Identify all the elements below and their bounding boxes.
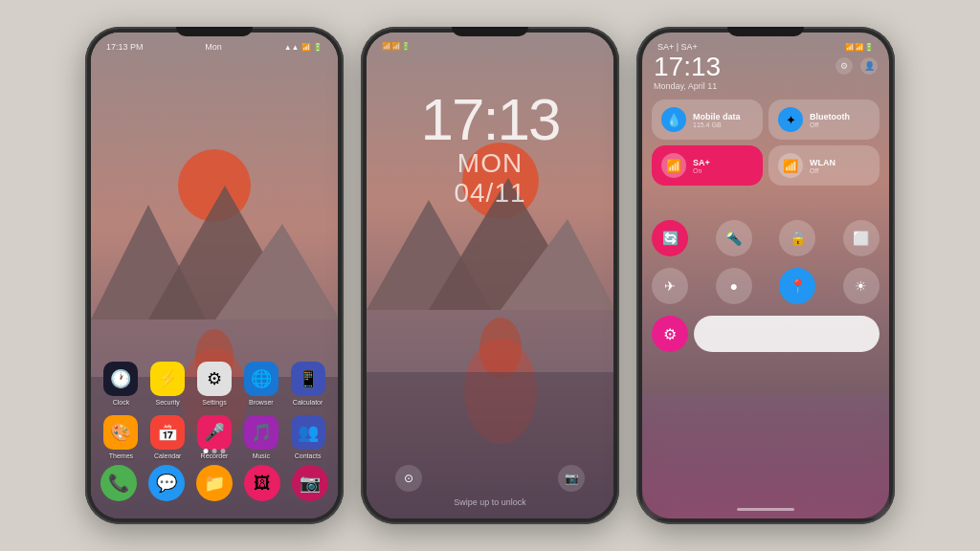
ctrl-airplane-btn[interactable]: ✈ [652, 268, 688, 304]
ctrl-location-btn[interactable]: 📍 [779, 268, 815, 304]
wlan-value: Off [810, 167, 835, 174]
lock-status-left: 📶📶🔋 [382, 42, 411, 51]
cc-profile-icon[interactable]: 👤 [860, 57, 878, 75]
ctrl-torch-btn[interactable]: 🔦 [716, 220, 752, 256]
cc-gear-icon[interactable]: ⚙ [835, 57, 853, 75]
dot-2 [212, 449, 217, 453]
dock-files[interactable]: 📁 [196, 465, 233, 501]
sa-plus-value: On [693, 167, 710, 174]
cc-status-right: 📶📶🔋 [845, 43, 874, 52]
sa-plus-title: SA+ [693, 158, 710, 167]
app-settings[interactable]: ⚙ Settings [194, 362, 235, 406]
cc-gear-icons: ⚙ 👤 [835, 57, 878, 75]
small-controls-row2: ✈ ● 📍 ☀ [652, 268, 880, 304]
tile-mobile-data[interactable]: 💧 Mobile data 115.4 GB [652, 99, 763, 140]
app-music[interactable]: 🎵 Music [240, 415, 281, 459]
ctrl-lock-btn[interactable]: 🔒 [779, 220, 815, 256]
status-icons: ▲▲ 📶 🔋 [284, 43, 323, 52]
phone2-screen: 📶📶🔋 17:13 MON 04/11 ⊙ 📷 Swipe up to unlo… [367, 33, 613, 518]
lock-fingerprint-icon[interactable]: ⊙ [395, 465, 422, 492]
media-gear-btn[interactable]: ⚙ [652, 316, 688, 352]
status-bar-lock: 📶📶🔋 [367, 42, 613, 51]
small-controls-row1: 🔄 🔦 🔒 ⬜ [652, 220, 880, 256]
lock-camera-icon[interactable]: 📷 [558, 465, 585, 492]
app-clock[interactable]: 🕐 Clock [100, 362, 142, 406]
lock-bottom-icons: ⊙ 📷 [367, 465, 613, 492]
cc-time-big: 17:13 [654, 54, 721, 80]
mobile-data-icon: 💧 [661, 107, 686, 132]
media-control: ⚙ [652, 316, 880, 352]
dot-1 [204, 449, 209, 453]
tile-bluetooth[interactable]: ✦ Bluetooth Off [768, 99, 880, 140]
control-tiles: 💧 Mobile data 115.4 GB ✦ Bluetooth Off 📶… [652, 99, 880, 186]
cc-status-left: SA+ | SA+ [657, 42, 698, 52]
ctrl-rotation-btn[interactable]: 🔄 [652, 220, 688, 256]
app-themes[interactable]: 🎨 Themes [100, 415, 142, 459]
bluetooth-icon: ✦ [778, 107, 803, 132]
app-browser[interactable]: 🌐 Browser [240, 362, 281, 406]
ctrl-dnd-btn[interactable]: ● [716, 268, 752, 304]
lock-date: 04/11 [367, 179, 613, 209]
app-contacts[interactable]: 👥 Contacts [287, 415, 328, 459]
dot-3 [221, 449, 226, 453]
mobile-data-value: 115.4 GB [693, 121, 741, 128]
dock-messages[interactable]: 💬 [148, 465, 185, 501]
status-bar-home: 17:13 PM Mon ▲▲ 📶 🔋 [91, 42, 338, 52]
tile-sa-plus[interactable]: 📶 SA+ On [652, 145, 763, 186]
cc-time-display: 17:13 Monday, April 11 [654, 54, 721, 91]
mobile-data-title: Mobile data [693, 112, 741, 121]
status-time: 17:13 PM [106, 42, 144, 52]
lock-day: MON [367, 149, 613, 179]
dock-camera[interactable]: 📷 [292, 465, 328, 501]
app-calendar[interactable]: 📅 Calendar [147, 415, 189, 459]
cc-bottom-blur [642, 394, 889, 518]
app-calculator[interactable]: 📱 Calculator [287, 362, 328, 406]
home-bar [737, 508, 794, 511]
bluetooth-title: Bluetooth [810, 112, 850, 121]
phone1-screen: 17:13 PM Mon ▲▲ 📶 🔋 🕐 Clock ⚡ Security ⚙… [91, 33, 338, 518]
media-progress-bar[interactable] [694, 316, 880, 352]
dock-gallery[interactable]: 🖼 [244, 465, 280, 501]
tile-wlan[interactable]: 📶 WLAN Off [768, 145, 880, 186]
phone3-screen: SA+ | SA+ 📶📶🔋 17:13 Monday, April 11 ⚙ 👤… [642, 33, 889, 518]
app-grid-row1: 🕐 Clock ⚡ Security ⚙ Settings 🌐 Browser … [91, 362, 338, 406]
ctrl-screen-btn[interactable]: ⬜ [843, 220, 880, 256]
status-date: Mon [205, 42, 222, 52]
phone-control: SA+ | SA+ 📶📶🔋 17:13 Monday, April 11 ⚙ 👤… [636, 27, 895, 524]
lock-time-display: 17:13 MON 04/11 [367, 90, 613, 209]
swipe-hint: Swipe up to unlock [367, 497, 613, 507]
status-bar-cc: SA+ | SA+ 📶📶🔋 [642, 42, 889, 52]
wlan-icon: 📶 [778, 153, 803, 178]
wlan-title: WLAN [810, 158, 835, 167]
phone-lock: 📶📶🔋 17:13 MON 04/11 ⊙ 📷 Swipe up to unlo… [361, 27, 619, 524]
dock-phone[interactable]: 📞 [100, 465, 137, 501]
dock: 📞 💬 📁 🖼 📷 [100, 465, 328, 501]
ctrl-brightness-btn[interactable]: ☀ [843, 268, 880, 304]
app-security[interactable]: ⚡ Security [147, 362, 189, 406]
lock-hours: 17:13 [367, 90, 613, 149]
page-dots [204, 449, 226, 453]
bluetooth-value: Off [810, 121, 850, 128]
cc-date: Monday, April 11 [654, 81, 721, 91]
phone-home: 17:13 PM Mon ▲▲ 📶 🔋 🕐 Clock ⚡ Security ⚙… [85, 27, 344, 524]
sa-plus-icon: 📶 [661, 153, 686, 178]
